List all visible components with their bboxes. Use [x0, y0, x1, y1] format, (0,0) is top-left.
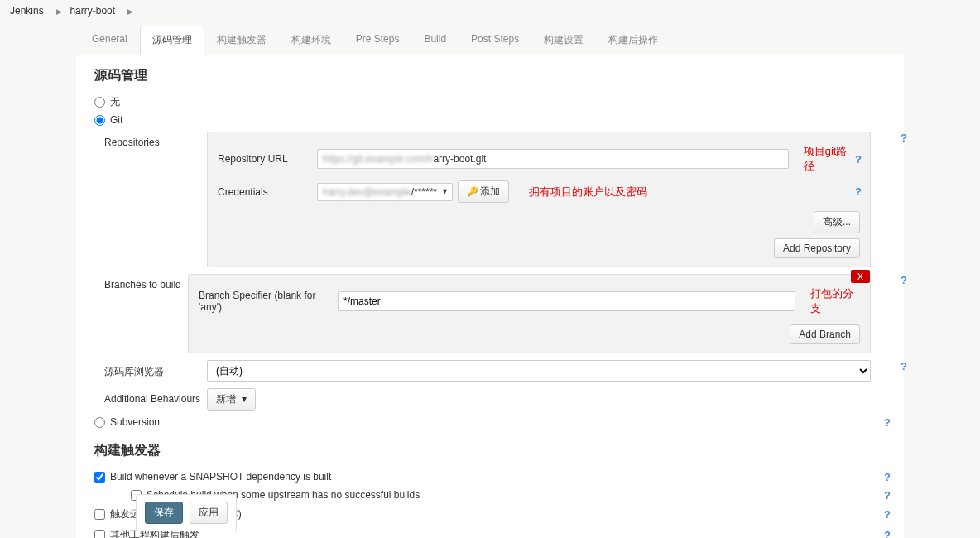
tab-general[interactable]: General — [79, 26, 140, 55]
delete-branch-button[interactable]: X — [851, 270, 870, 283]
radio-scm-svn[interactable] — [94, 417, 105, 428]
tab-bar: General 源码管理 构建触发器 构建环境 Pre Steps Build … — [76, 22, 904, 55]
cred-blur: harry.dev@example — [323, 186, 411, 198]
chevron-right-icon: ▶ — [56, 7, 62, 16]
help-icon[interactable]: ? — [884, 416, 891, 429]
radio-label-svn: Subversion — [110, 416, 160, 428]
tab-env[interactable]: 构建环境 — [279, 26, 343, 55]
advanced-button[interactable]: 高级... — [814, 211, 860, 233]
radio-scm-git[interactable] — [94, 115, 105, 126]
breadcrumb-root[interactable]: Jenkins — [10, 5, 44, 17]
help-icon[interactable]: ? — [855, 153, 862, 166]
annotation-cred: 拥有项目的账户以及密码 — [529, 185, 647, 199]
repositories-label: Repositories — [104, 130, 204, 148]
tab-trigger[interactable]: 构建触发器 — [204, 26, 279, 55]
check-snapshot-label: Build whenever a SNAPSHOT dependency is … — [110, 471, 331, 483]
help-icon[interactable]: ? — [901, 132, 907, 144]
apply-button[interactable]: 应用 — [190, 502, 228, 524]
save-button[interactable]: 保存 — [145, 502, 183, 524]
branch-spec-label: Branch Specifier (blank for 'any') — [199, 290, 338, 313]
check-remote-trigger[interactable] — [94, 509, 105, 520]
add-credentials-button[interactable]: 🔑添加 — [458, 180, 509, 203]
behaviours-label: Additional Behaviours — [104, 387, 204, 405]
tab-pre[interactable]: Pre Steps — [343, 26, 412, 55]
radio-label-git: Git — [110, 114, 122, 126]
add-branch-button[interactable]: Add Branch — [790, 324, 860, 344]
check-snapshot[interactable] — [94, 472, 105, 483]
help-icon[interactable]: ? — [855, 185, 862, 198]
credentials-select[interactable]: /****** — [411, 186, 437, 198]
help-icon[interactable]: ? — [884, 529, 891, 538]
repo-browser-label: 源码库浏览器 — [104, 358, 204, 379]
help-icon[interactable]: ? — [884, 489, 891, 502]
radio-label-none: 无 — [110, 95, 120, 109]
branches-label: Branches to build — [104, 272, 185, 291]
chevron-right-icon: ▶ — [127, 7, 133, 16]
repo-browser-select[interactable]: (自动) — [207, 360, 871, 382]
credentials-label: Credentials — [218, 186, 317, 198]
branches-panel: X Branch Specifier (blank for 'any') 打包的… — [188, 274, 871, 353]
repository-panel: Repository URL https://git.example.com/h… — [207, 132, 871, 267]
repo-url-input[interactable]: arry-boot.git — [433, 153, 486, 165]
section-title-triggers: 构建触发器 — [91, 430, 889, 468]
repo-url-label: Repository URL — [218, 153, 317, 165]
add-behaviour-button[interactable]: 新增 ▾ — [207, 388, 256, 411]
annotation-branch: 打包的分支 — [810, 286, 860, 316]
section-title-scm: 源码管理 — [91, 55, 889, 93]
help-icon[interactable]: ? — [901, 274, 907, 286]
tab-settings[interactable]: 构建设置 — [531, 26, 596, 55]
help-icon[interactable]: ? — [884, 508, 891, 521]
tab-post[interactable]: Post Steps — [459, 26, 531, 55]
repo-url-blur: https://git.example.com/h — [323, 153, 433, 165]
add-repository-button[interactable]: Add Repository — [774, 238, 860, 258]
action-bar: 保存 应用 — [136, 494, 237, 531]
breadcrumb: Jenkins ▶ harry-boot ▶ — [0, 0, 980, 22]
help-icon[interactable]: ? — [884, 471, 891, 483]
check-after-other[interactable] — [94, 530, 105, 538]
tab-build[interactable]: Build — [411, 26, 459, 55]
branch-spec-input[interactable] — [338, 291, 795, 311]
key-icon: 🔑 — [467, 186, 478, 196]
tab-scm[interactable]: 源码管理 — [140, 26, 204, 55]
breadcrumb-item[interactable]: harry-boot — [70, 5, 115, 17]
radio-scm-none[interactable] — [94, 97, 105, 108]
annotation-repo: 项目git路径 — [804, 144, 855, 174]
help-icon[interactable]: ? — [901, 360, 907, 372]
tab-postbuild[interactable]: 构建后操作 — [596, 26, 670, 55]
